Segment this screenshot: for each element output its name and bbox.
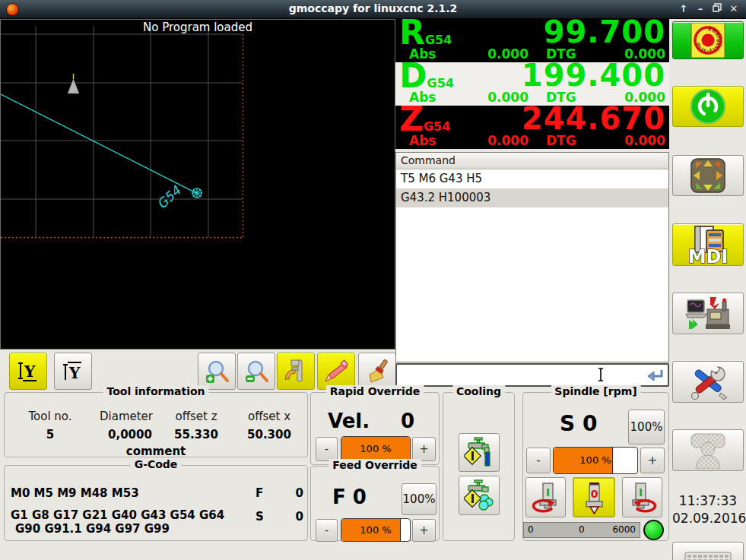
rapid-plus-button[interactable]: +: [412, 437, 436, 461]
feed-display: F 0: [332, 486, 367, 508]
svg-text:Y: Y: [24, 362, 36, 381]
axis-value: 199.400: [522, 58, 665, 93]
feed-override-bar[interactable]: 100 %: [341, 518, 411, 542]
window-title: gmoccapy for linuxcnc 2.1.2: [0, 2, 746, 14]
spindle-ccw-button[interactable]: I: [525, 477, 566, 517]
frame-title: Feed Override: [329, 459, 421, 471]
abs-label: Abs: [409, 133, 436, 148]
tool-information-frame: Tool information Tool no. Diameter offse…: [4, 392, 308, 457]
keyboard-icon: [684, 546, 732, 560]
mdi-mode-button[interactable]: MDI: [672, 223, 744, 266]
user-button[interactable]: [672, 429, 744, 471]
tool-header: offset z: [166, 410, 227, 423]
svg-text:I: I: [638, 486, 642, 498]
view-y-button[interactable]: Y: [9, 353, 47, 390]
tool-number-value: 5: [16, 428, 84, 441]
feed-label: F: [256, 486, 263, 500]
close-icon[interactable]: ✕: [726, 2, 741, 17]
coord-system: G54: [424, 119, 450, 134]
spindle-minus-button[interactable]: -: [526, 448, 551, 473]
spindle-cw-button[interactable]: I: [622, 477, 662, 517]
virtual-keyboard-button[interactable]: [672, 542, 744, 560]
frame-title: Rapid Override: [326, 385, 424, 397]
command-row[interactable]: G43.2 H100003: [396, 188, 668, 207]
tools-icon: [687, 364, 729, 400]
spindle-reset-button[interactable]: 100%: [628, 410, 665, 445]
auto-run-icon: [684, 296, 732, 332]
view-y2-icon: Y: [60, 359, 86, 384]
spindle-cw-icon: I: [626, 481, 659, 514]
frame-title: Spindle [rpm]: [551, 385, 640, 397]
preview-status-message: No Program loaded: [1, 21, 395, 34]
abs-value: 0.000: [464, 133, 529, 148]
manual-mode-button[interactable]: [672, 155, 744, 196]
shade-icon[interactable]: ↑: [676, 2, 691, 17]
axis-value: 244.670: [522, 101, 665, 136]
spindle-override-bar[interactable]: 100 %: [553, 447, 638, 474]
rapid-override-bar[interactable]: 100 %: [341, 436, 411, 462]
command-history-panel[interactable]: Command T5 M6 G43 H5 G43.2 H100003: [395, 152, 669, 362]
mdi-command-entry[interactable]: [395, 363, 669, 387]
frame-title: G-Code: [131, 458, 182, 470]
power-icon: [689, 87, 727, 125]
tool-diameter-value: 0,0000: [88, 428, 172, 441]
clear-plot-button[interactable]: [358, 353, 396, 390]
scale-max: 6000: [612, 524, 636, 535]
svg-text:I: I: [545, 486, 549, 498]
zoom-in-button[interactable]: [198, 353, 236, 390]
mist-coolant-button[interactable]: [459, 476, 500, 515]
draw-path-button[interactable]: [317, 353, 355, 390]
dro-row-z[interactable]: ZG54 244.670 Abs 0.000 DTG 0.000: [395, 106, 669, 149]
spindle-plus-button[interactable]: +: [640, 448, 665, 473]
command-row[interactable]: T5 M6 G43 H5: [396, 169, 668, 188]
view-y2-button[interactable]: Y: [54, 353, 92, 390]
axis-value: 99.700: [544, 14, 665, 49]
settings-button[interactable]: [672, 361, 744, 403]
auto-mode-button[interactable]: [672, 293, 744, 334]
velocity-label: Vel.: [328, 410, 370, 432]
feed-override-frame: Feed Override F 0 100% - 100 % +: [310, 466, 440, 541]
mdi-label: MDI: [688, 246, 729, 264]
spindle-rpm-scale: 0 0 6000: [523, 522, 640, 538]
tool-offset-z-value: 55.330: [166, 428, 227, 441]
tool-offset-x-value: 50.300: [235, 428, 303, 441]
active-m-codes: M0 M5 M9 M48 M53: [11, 486, 139, 500]
clear-plot-icon: [363, 358, 391, 385]
restore-icon[interactable]: [709, 2, 725, 17]
feed-plus-button[interactable]: +: [412, 519, 436, 542]
feed-reset-button[interactable]: 100%: [402, 483, 436, 515]
spindle-frame: Spindle [rpm] S 0 100% - 100 % + I 0: [522, 392, 669, 541]
abs-value: 0.000: [464, 46, 529, 62]
frame-title: Tool information: [103, 385, 208, 397]
spindle-at-speed-led: [643, 520, 664, 540]
tool-path-line: [1, 94, 196, 193]
zoom-out-icon: [243, 358, 270, 385]
dtg-value: 0.000: [601, 133, 665, 148]
spindle-stop-button[interactable]: 0: [573, 477, 615, 517]
frame-title: Cooling: [452, 385, 505, 397]
active-g-codes-line2: G90 G91.1 G94 G97 G99: [15, 522, 170, 536]
feed-override-percent: 100 %: [341, 524, 410, 536]
estop-button[interactable]: Emergency-Stop: [672, 21, 744, 59]
command-column-header[interactable]: Command: [396, 153, 668, 169]
enter-arrow-icon: [647, 369, 664, 382]
text-cursor-icon: [596, 367, 605, 382]
spindle-override-percent: 100 %: [554, 454, 637, 466]
machine-on-button[interactable]: [672, 86, 744, 127]
rapid-minus-button[interactable]: -: [316, 437, 338, 461]
feed-minus-button[interactable]: -: [316, 519, 338, 542]
toggle-dimensions-button[interactable]: [277, 353, 315, 390]
mdi-icon: MDI: [686, 225, 730, 264]
clock: 11:37:33 02.09.2016: [672, 492, 744, 527]
gcode-preview[interactable]: No Program loaded G54: [0, 19, 395, 350]
mdi-input[interactable]: [398, 366, 645, 385]
active-g-codes-line1: G1 G8 G17 G21 G40 G43 G54 G64: [11, 508, 224, 522]
flood-coolant-button[interactable]: [459, 433, 500, 472]
svg-text:Y: Y: [68, 364, 81, 382]
zoom-out-button[interactable]: [237, 353, 275, 390]
scale-value: 0: [579, 524, 585, 535]
tool-comment-label: comment: [5, 445, 307, 458]
tool-header: offset x: [235, 410, 303, 423]
minimize-icon[interactable]: –: [693, 2, 708, 17]
rapid-override-frame: Rapid Override Vel. 0 - 100 % +: [310, 392, 440, 465]
